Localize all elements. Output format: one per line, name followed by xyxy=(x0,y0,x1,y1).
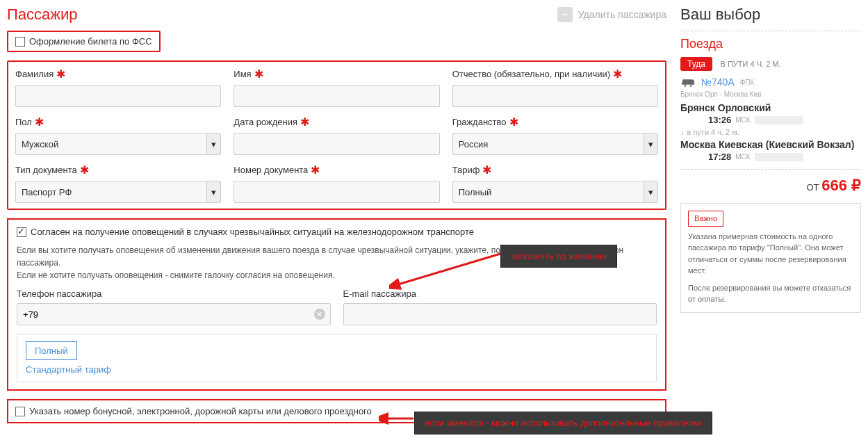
required-icon: ✱ xyxy=(56,67,65,81)
tariff-link[interactable]: Стандартный тариф xyxy=(26,364,111,375)
select-value: Мужской xyxy=(22,139,58,149)
label: Дата рождения xyxy=(234,117,297,127)
time-to-row: 17:28 МСК xyxy=(680,152,861,162)
sidebar-title: Ваш выбор xyxy=(680,6,861,24)
tariff-select[interactable]: Полный ▾ xyxy=(452,181,658,203)
important-text: После резервирования вы можете отказатьс… xyxy=(688,282,853,305)
required-icon: ✱ xyxy=(482,163,491,177)
price-from: ОТ xyxy=(806,182,819,193)
field-tariff: Тариф✱ Полный ▾ xyxy=(452,163,658,203)
chevron-down-icon: ▾ xyxy=(644,133,657,154)
required-icon: ✱ xyxy=(311,163,320,177)
checkbox-icon[interactable] xyxy=(15,37,25,47)
checkbox-icon[interactable] xyxy=(17,227,26,237)
time: 13:26 xyxy=(708,115,731,125)
price: 666 ₽ xyxy=(821,177,861,194)
tariff-section: Полный Стандартный тариф xyxy=(17,334,657,382)
required-icon: ✱ xyxy=(35,115,44,129)
train-icon xyxy=(680,76,696,88)
email-input[interactable] xyxy=(343,303,657,325)
fss-box: Оформление билета по ФСС xyxy=(7,31,161,52)
field-doc-type: Тип документа✱ Паспорт РФ ▾ xyxy=(15,163,221,203)
required-icon: ✱ xyxy=(613,67,622,81)
station-from: Брянск Орловский xyxy=(680,102,861,113)
passenger-title: Пассажир − Удалить пассажира xyxy=(7,6,666,24)
info-line: Если не хотите получать оповещения - сни… xyxy=(17,269,657,282)
doc-number-input[interactable] xyxy=(234,181,439,203)
label: E-mail пассажира xyxy=(343,288,416,299)
tariff-button[interactable]: Полный xyxy=(26,341,77,360)
select-value: Полный xyxy=(459,187,492,197)
phone-input[interactable] xyxy=(17,303,331,325)
field-phone: Телефон пассажира ✕ xyxy=(17,288,331,325)
train-number[interactable]: №740А xyxy=(701,76,735,88)
timezone: МСК xyxy=(735,153,750,161)
required-icon: ✱ xyxy=(509,115,518,129)
patronymic-input[interactable] xyxy=(452,85,658,107)
consent-label: Согласен на получение оповещений в случа… xyxy=(31,227,474,237)
important-badge: Важно xyxy=(688,211,723,227)
field-birthdate: Дата рождения✱ xyxy=(234,115,439,155)
sidebar-subtitle: Поезда xyxy=(680,37,861,51)
travel-inline: ↓ в пути 4 ч. 2 м. xyxy=(680,128,861,136)
chevron-down-icon: ▾ xyxy=(644,181,657,202)
select-value: Паспорт РФ xyxy=(22,187,72,197)
field-email: E-mail пассажира xyxy=(343,288,657,325)
fss-checkbox-row[interactable]: Оформление билета по ФСС xyxy=(15,36,152,47)
field-citizenship: Гражданство✱ Россия ▾ xyxy=(452,115,658,155)
label: Имя xyxy=(234,69,251,79)
consent-checkbox-row[interactable]: Согласен на получение оповещений в случа… xyxy=(17,227,657,237)
time-from-row: 13:26 МСК xyxy=(680,115,861,125)
field-patronymic: Отчество (обязательно, при наличии)✱ xyxy=(452,67,658,107)
callout-optional: заполнять по желанию xyxy=(500,245,617,268)
callout-bonus: если имеются - можно использовать дополн… xyxy=(414,412,712,434)
price-row: ОТ 666 ₽ xyxy=(680,169,861,195)
field-doc-number: Номер документа✱ xyxy=(234,163,439,203)
fss-label: Оформление билета по ФСС xyxy=(29,36,152,47)
name-input[interactable] xyxy=(234,85,439,107)
select-value: Россия xyxy=(459,139,489,149)
travel-time: В ПУТИ 4 Ч. 2 М. xyxy=(721,60,781,68)
field-gender: Пол✱ Мужской ▾ xyxy=(15,115,221,155)
required-icon: ✱ xyxy=(254,67,263,81)
citizenship-select[interactable]: Россия ▾ xyxy=(452,133,658,155)
train-row: №740А ФПК xyxy=(680,76,861,88)
important-text: Указана примерная стоимость на одного па… xyxy=(688,231,853,277)
bonus-label: Указать номер бонусной, электронной, дор… xyxy=(29,406,372,416)
date-placeholder xyxy=(755,153,803,161)
label: Фамилия xyxy=(15,69,54,79)
birthdate-input[interactable] xyxy=(234,133,439,155)
checkbox-icon[interactable] xyxy=(15,407,25,416)
route: Брянск Орл - Москва Кив xyxy=(680,90,861,98)
clear-icon[interactable]: ✕ xyxy=(314,309,325,320)
timezone: МСК xyxy=(735,116,750,124)
field-surname: Фамилия✱ xyxy=(15,67,221,107)
delete-passenger[interactable]: − Удалить пассажира xyxy=(557,7,666,22)
surname-input[interactable] xyxy=(15,85,221,107)
label: Телефон пассажира xyxy=(17,288,101,299)
label: Пол xyxy=(15,117,32,127)
label: Тариф xyxy=(452,165,480,175)
passenger-form: Фамилия✱ Имя✱ Отчество (обязательно, при… xyxy=(7,60,666,210)
gender-select[interactable]: Мужской ▾ xyxy=(15,133,221,155)
travel-text: в пути 4 ч. 2 м. xyxy=(687,128,739,136)
time: 17:28 xyxy=(708,152,731,162)
sidebar: Ваш выбор Поезда Туда В ПУТИ 4 Ч. 2 М. №… xyxy=(680,6,861,423)
direction-badge: Туда xyxy=(680,57,712,71)
chevron-down-icon: ▾ xyxy=(206,181,220,202)
label: Отчество (обязательно, при наличии) xyxy=(452,69,610,79)
minus-icon: − xyxy=(557,7,573,22)
label: Тип документа xyxy=(15,165,77,175)
field-name: Имя✱ xyxy=(234,67,439,107)
arrow-down-icon: ↓ xyxy=(680,128,685,136)
title-text: Пассажир xyxy=(7,6,78,24)
label: Номер документа xyxy=(234,165,308,175)
label: Гражданство xyxy=(452,117,507,127)
required-icon: ✱ xyxy=(300,115,309,129)
callout-text: заполнять по желанию xyxy=(511,251,607,261)
required-icon: ✱ xyxy=(80,163,89,177)
doc-type-select[interactable]: Паспорт РФ ▾ xyxy=(15,181,221,203)
important-box: Важно Указана примерная стоимость на одн… xyxy=(680,203,861,313)
station-to: Москва Киевская (Киевский Вокзал) xyxy=(680,139,861,150)
operator: ФПК xyxy=(740,79,755,86)
